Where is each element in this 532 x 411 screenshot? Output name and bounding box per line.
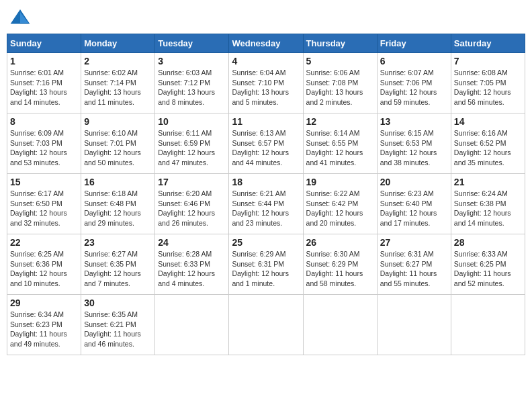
day-info: Sunrise: 6:22 AMSunset: 6:42 PMDaylight:…	[306, 189, 374, 228]
day-info: Sunrise: 6:14 AMSunset: 6:55 PMDaylight:…	[306, 128, 374, 168]
day-info: Sunrise: 6:01 AMSunset: 7:16 PMDaylight:…	[10, 68, 78, 107]
day-info: Sunrise: 6:30 AMSunset: 6:29 PMDaylight:…	[306, 249, 374, 289]
calendar-cell: 18Sunrise: 6:21 AMSunset: 6:44 PMDayligh…	[229, 174, 303, 234]
day-number: 25	[232, 237, 300, 248]
day-info: Sunrise: 6:03 AMSunset: 7:12 PMDaylight:…	[158, 68, 226, 107]
calendar-cell: 9Sunrise: 6:10 AMSunset: 7:01 PMDaylight…	[81, 113, 155, 174]
day-number: 21	[454, 177, 522, 187]
day-number: 8	[10, 116, 78, 127]
day-info: Sunrise: 6:21 AMSunset: 6:44 PMDaylight:…	[232, 189, 300, 228]
day-info: Sunrise: 6:07 AMSunset: 7:06 PMDaylight:…	[380, 68, 448, 107]
day-number: 3	[158, 56, 226, 66]
day-info: Sunrise: 6:28 AMSunset: 6:33 PMDaylight:…	[158, 249, 226, 289]
week-row-2: 8Sunrise: 6:09 AMSunset: 7:03 PMDaylight…	[7, 113, 525, 174]
day-info: Sunrise: 6:08 AMSunset: 7:05 PMDaylight:…	[454, 68, 522, 107]
day-number: 27	[380, 237, 448, 248]
day-number: 30	[84, 298, 152, 308]
day-number: 28	[454, 237, 522, 248]
day-info: Sunrise: 6:11 AMSunset: 6:59 PMDaylight:…	[158, 128, 226, 168]
day-number: 15	[10, 177, 78, 187]
calendar-cell	[377, 295, 451, 355]
day-info: Sunrise: 6:02 AMSunset: 7:14 PMDaylight:…	[84, 68, 152, 107]
week-row-1: 1Sunrise: 6:01 AMSunset: 7:16 PMDaylight…	[7, 53, 525, 113]
calendar-cell: 19Sunrise: 6:22 AMSunset: 6:42 PMDayligh…	[303, 174, 377, 234]
day-number: 26	[306, 237, 374, 248]
day-number: 2	[84, 56, 152, 66]
day-number: 22	[10, 237, 78, 248]
calendar-cell: 4Sunrise: 6:04 AMSunset: 7:10 PMDaylight…	[229, 53, 303, 113]
calendar-cell	[303, 295, 377, 355]
calendar-cell	[451, 295, 525, 355]
calendar-cell: 23Sunrise: 6:27 AMSunset: 6:35 PMDayligh…	[81, 234, 155, 295]
calendar-cell: 2Sunrise: 6:02 AMSunset: 7:14 PMDaylight…	[81, 53, 155, 113]
day-number: 6	[380, 56, 448, 66]
calendar-cell: 16Sunrise: 6:18 AMSunset: 6:48 PMDayligh…	[81, 174, 155, 234]
calendar-cell	[229, 295, 303, 355]
day-info: Sunrise: 6:25 AMSunset: 6:36 PMDaylight:…	[10, 249, 78, 289]
day-number: 20	[380, 177, 448, 187]
calendar-cell: 11Sunrise: 6:13 AMSunset: 6:57 PMDayligh…	[229, 113, 303, 174]
calendar-cell: 5Sunrise: 6:06 AMSunset: 7:08 PMDaylight…	[303, 53, 377, 113]
calendar-cell: 14Sunrise: 6:16 AMSunset: 6:52 PMDayligh…	[451, 113, 525, 174]
calendar-cell: 29Sunrise: 6:34 AMSunset: 6:23 PMDayligh…	[7, 295, 81, 355]
calendar-cell: 6Sunrise: 6:07 AMSunset: 7:06 PMDaylight…	[377, 53, 451, 113]
calendar-cell: 8Sunrise: 6:09 AMSunset: 7:03 PMDaylight…	[7, 113, 81, 174]
day-number: 24	[158, 237, 226, 248]
weekday-header-tuesday: Tuesday	[155, 34, 229, 53]
week-row-3: 15Sunrise: 6:17 AMSunset: 6:50 PMDayligh…	[7, 174, 525, 234]
calendar-cell: 7Sunrise: 6:08 AMSunset: 7:05 PMDaylight…	[451, 53, 525, 113]
logo	[9, 7, 34, 28]
day-number: 13	[380, 116, 448, 127]
weekday-header-thursday: Thursday	[303, 34, 377, 53]
day-info: Sunrise: 6:23 AMSunset: 6:40 PMDaylight:…	[380, 189, 448, 228]
weekday-header-row: SundayMondayTuesdayWednesdayThursdayFrid…	[7, 34, 525, 53]
day-info: Sunrise: 6:33 AMSunset: 6:25 PMDaylight:…	[454, 249, 522, 289]
weekday-header-wednesday: Wednesday	[229, 34, 303, 53]
day-number: 11	[232, 116, 300, 127]
day-number: 5	[306, 56, 374, 66]
page-header	[7, 7, 525, 28]
calendar-cell	[155, 295, 229, 355]
weekday-header-saturday: Saturday	[451, 34, 525, 53]
calendar-cell: 10Sunrise: 6:11 AMSunset: 6:59 PMDayligh…	[155, 113, 229, 174]
calendar-cell: 13Sunrise: 6:15 AMSunset: 6:53 PMDayligh…	[377, 113, 451, 174]
day-number: 29	[10, 298, 78, 308]
day-info: Sunrise: 6:27 AMSunset: 6:35 PMDaylight:…	[84, 249, 152, 289]
day-number: 9	[84, 116, 152, 127]
calendar-cell: 20Sunrise: 6:23 AMSunset: 6:40 PMDayligh…	[377, 174, 451, 234]
day-number: 18	[232, 177, 300, 187]
week-row-5: 29Sunrise: 6:34 AMSunset: 6:23 PMDayligh…	[7, 295, 525, 355]
day-number: 16	[84, 177, 152, 187]
weekday-header-sunday: Sunday	[7, 34, 81, 53]
svg-marker-1	[20, 12, 28, 23]
day-number: 23	[84, 237, 152, 248]
day-number: 4	[232, 56, 300, 66]
day-info: Sunrise: 6:16 AMSunset: 6:52 PMDaylight:…	[454, 128, 522, 168]
calendar-cell: 12Sunrise: 6:14 AMSunset: 6:55 PMDayligh…	[303, 113, 377, 174]
day-info: Sunrise: 6:31 AMSunset: 6:27 PMDaylight:…	[380, 249, 448, 289]
day-info: Sunrise: 6:24 AMSunset: 6:38 PMDaylight:…	[454, 189, 522, 228]
calendar-cell: 24Sunrise: 6:28 AMSunset: 6:33 PMDayligh…	[155, 234, 229, 295]
calendar-cell: 30Sunrise: 6:35 AMSunset: 6:21 PMDayligh…	[81, 295, 155, 355]
day-info: Sunrise: 6:29 AMSunset: 6:31 PMDaylight:…	[232, 249, 300, 289]
day-number: 14	[454, 116, 522, 127]
day-info: Sunrise: 6:34 AMSunset: 6:23 PMDaylight:…	[10, 310, 78, 349]
week-row-4: 22Sunrise: 6:25 AMSunset: 6:36 PMDayligh…	[7, 234, 525, 295]
day-number: 10	[158, 116, 226, 127]
day-number: 19	[306, 177, 374, 187]
calendar-cell: 25Sunrise: 6:29 AMSunset: 6:31 PMDayligh…	[229, 234, 303, 295]
calendar-cell: 26Sunrise: 6:30 AMSunset: 6:29 PMDayligh…	[303, 234, 377, 295]
calendar-cell: 21Sunrise: 6:24 AMSunset: 6:38 PMDayligh…	[451, 174, 525, 234]
weekday-header-monday: Monday	[81, 34, 155, 53]
calendar-cell: 1Sunrise: 6:01 AMSunset: 7:16 PMDaylight…	[7, 53, 81, 113]
day-info: Sunrise: 6:15 AMSunset: 6:53 PMDaylight:…	[380, 128, 448, 168]
day-number: 12	[306, 116, 374, 127]
day-number: 17	[158, 177, 226, 187]
day-info: Sunrise: 6:04 AMSunset: 7:10 PMDaylight:…	[232, 68, 300, 107]
day-info: Sunrise: 6:13 AMSunset: 6:57 PMDaylight:…	[232, 128, 300, 168]
logo-icon	[9, 7, 31, 28]
day-info: Sunrise: 6:35 AMSunset: 6:21 PMDaylight:…	[84, 310, 152, 349]
calendar-table: SundayMondayTuesdayWednesdayThursdayFrid…	[7, 34, 525, 355]
day-number: 7	[454, 56, 522, 66]
day-info: Sunrise: 6:20 AMSunset: 6:46 PMDaylight:…	[158, 189, 226, 228]
